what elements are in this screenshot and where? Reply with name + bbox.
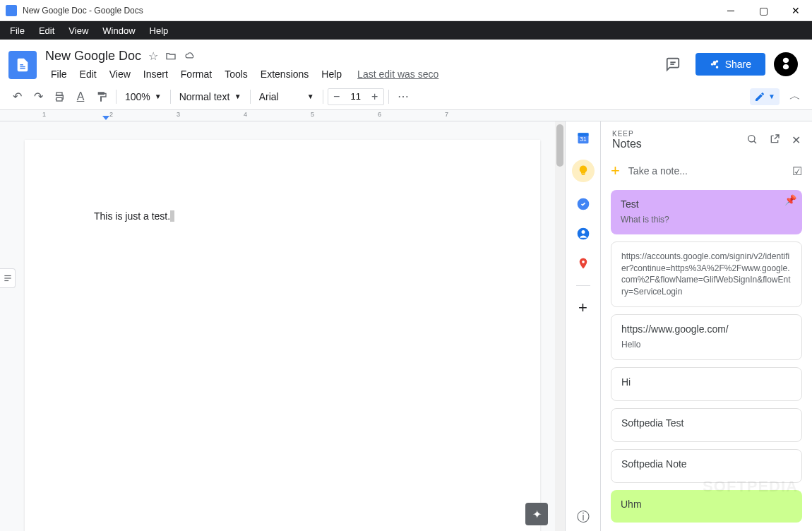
maximize-button[interactable]: ▢ <box>747 0 780 21</box>
keep-note[interactable]: Softpedia Test <box>611 408 802 442</box>
tasks-icon[interactable] <box>575 196 591 212</box>
svg-point-14 <box>582 261 585 263</box>
share-label: Share <box>725 59 751 70</box>
more-icon[interactable]: ⋯ <box>393 87 413 107</box>
document-body-text[interactable]: This is just a test. <box>94 210 170 222</box>
cloud-icon[interactable] <box>184 51 196 61</box>
collapse-icon[interactable]: ︿ <box>785 87 805 107</box>
keep-open-icon[interactable] <box>769 133 780 148</box>
document-page[interactable]: This is just a test. <box>25 140 540 531</box>
note-body: Hello <box>621 339 792 351</box>
font-select[interactable]: Arial ▼ <box>255 87 318 107</box>
keep-new-note-icon[interactable]: + <box>611 162 620 180</box>
indent-marker[interactable] <box>102 116 109 120</box>
docmenu-help[interactable]: Help <box>316 67 347 81</box>
keep-note[interactable]: Hi <box>611 367 802 401</box>
keep-close-icon[interactable]: ✕ <box>792 133 801 148</box>
window-titlebar: New Google Doc - Google Docs ─ ▢ ✕ <box>0 0 812 21</box>
paint-format-icon[interactable] <box>92 87 112 107</box>
note-body: What is this? <box>621 214 792 226</box>
keep-notes-list[interactable]: 📌TestWhat is this?https://accounts.googl… <box>601 186 812 531</box>
menu-window[interactable]: Window <box>95 24 142 37</box>
svg-rect-4 <box>56 97 62 101</box>
keep-eyebrow: KEEP <box>612 130 642 138</box>
docmenu-view[interactable]: View <box>104 67 136 81</box>
keep-note[interactable]: 📌TestWhat is this? <box>611 190 802 234</box>
menu-edit[interactable]: Edit <box>32 24 61 37</box>
docs-header: New Google Doc ☆ File Edit View Insert F… <box>0 40 812 83</box>
docs-logo[interactable] <box>8 51 37 79</box>
menu-file[interactable]: File <box>3 24 32 37</box>
keep-icon[interactable] <box>572 160 595 182</box>
keep-note[interactable]: https://accounts.google.com/signin/v2/id… <box>611 241 802 307</box>
minimize-button[interactable]: ─ <box>715 0 747 21</box>
note-title: https://www.google.com/ <box>621 323 792 335</box>
document-canvas[interactable]: This is just a test. ✦ <box>0 121 565 531</box>
app-menubar: File Edit View Window Help <box>0 21 812 40</box>
doc-title[interactable]: New Google Doc <box>45 49 141 64</box>
keep-panel: KEEP Notes ✕ + Take a note... ☑ 📌TestWha… <box>600 121 812 531</box>
window-title: New Google Doc - Google Docs <box>23 6 715 16</box>
note-title: Softpedia Note <box>621 458 792 470</box>
doc-scrollbar[interactable] <box>555 121 565 531</box>
note-body: https://accounts.google.com/signin/v2/id… <box>621 251 792 298</box>
calendar-icon[interactable]: 31 <box>575 130 591 145</box>
profile-avatar[interactable] <box>774 52 798 76</box>
maps-icon[interactable] <box>575 256 591 271</box>
editing-mode-button[interactable]: ▼ <box>750 88 780 105</box>
share-button[interactable]: Share <box>695 53 765 76</box>
contacts-icon[interactable] <box>575 226 591 241</box>
star-icon[interactable]: ☆ <box>148 49 158 63</box>
keep-take-note-input[interactable]: Take a note... <box>628 165 784 177</box>
toolbar: ↶ ↷ A 100% ▼ Normal text ▼ Arial ▼ − + ⋯… <box>0 83 812 110</box>
docmenu-edit[interactable]: Edit <box>74 67 102 81</box>
close-button[interactable]: ✕ <box>780 0 812 21</box>
style-select[interactable]: Normal text ▼ <box>175 87 246 107</box>
side-panel: 31 + ⓘ <box>565 121 600 531</box>
move-icon[interactable] <box>165 50 177 61</box>
keep-note[interactable]: Softpedia Note <box>611 449 802 483</box>
side-panel-separator <box>576 285 590 286</box>
docmenu-tools[interactable]: Tools <box>219 67 253 81</box>
menu-help[interactable]: Help <box>143 24 176 37</box>
print-icon[interactable] <box>49 87 69 107</box>
keep-new-list-icon[interactable]: ☑ <box>792 165 802 178</box>
font-size-input[interactable] <box>345 91 366 102</box>
menu-view[interactable]: View <box>61 24 95 37</box>
outline-toggle-icon[interactable] <box>0 268 16 288</box>
font-size-plus[interactable]: + <box>366 88 383 105</box>
explore-button[interactable]: ✦ <box>525 503 548 525</box>
font-size-minus[interactable]: − <box>328 88 345 105</box>
pin-icon[interactable]: 📌 <box>784 194 796 205</box>
keep-title: Notes <box>612 138 642 150</box>
note-title: Softpedia Test <box>621 417 792 429</box>
svg-point-15 <box>748 135 755 141</box>
svg-line-16 <box>754 141 756 143</box>
last-edit-link[interactable]: Last edit was seco <box>357 68 438 80</box>
keep-note[interactable]: https://www.google.com/Hello <box>611 314 802 360</box>
ruler[interactable]: 1 2 3 4 5 6 7 <box>0 110 812 121</box>
docmenu-insert[interactable]: Insert <box>138 67 174 81</box>
info-icon[interactable]: ⓘ <box>566 503 601 531</box>
redo-icon[interactable]: ↷ <box>28 87 48 107</box>
undo-icon[interactable]: ↶ <box>7 87 27 107</box>
svg-point-13 <box>581 230 585 234</box>
keep-note[interactable]: Uhm <box>611 490 802 523</box>
comments-icon[interactable] <box>659 52 687 77</box>
keep-search-icon[interactable] <box>746 133 758 148</box>
text-cursor <box>170 210 174 222</box>
note-title: Test <box>621 198 792 210</box>
svg-text:31: 31 <box>580 136 587 143</box>
docmenu-format[interactable]: Format <box>175 67 217 81</box>
note-title: Uhm <box>621 499 792 510</box>
docs-favicon <box>6 5 17 16</box>
docmenu-file[interactable]: File <box>45 67 73 81</box>
docmenu-extensions[interactable]: Extensions <box>255 67 314 81</box>
spellcheck-icon[interactable]: A <box>71 87 90 107</box>
addons-plus-icon[interactable]: + <box>575 300 591 316</box>
font-size-stepper[interactable]: − + <box>328 88 384 105</box>
note-title: Hi <box>621 376 792 388</box>
zoom-select[interactable]: 100% ▼ <box>121 87 166 107</box>
